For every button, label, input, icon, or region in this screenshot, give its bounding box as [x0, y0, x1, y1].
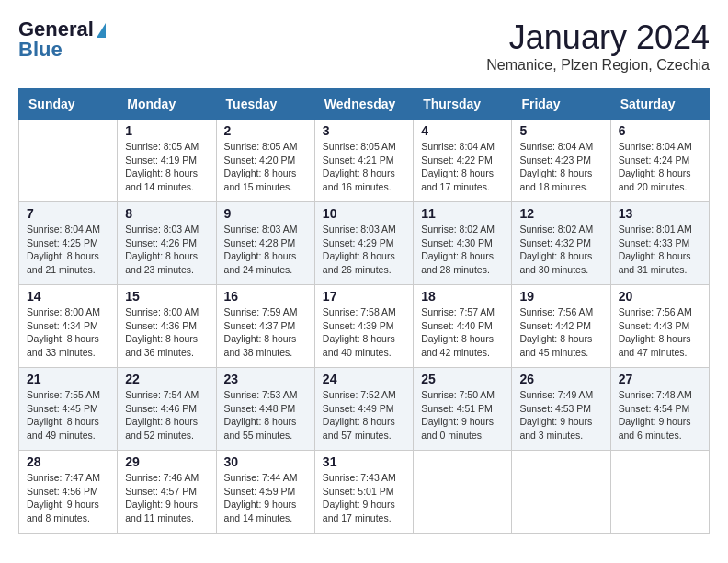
day-info: Sunrise: 7:55 AM Sunset: 4:45 PM Dayligh…: [27, 388, 109, 442]
day-info: Sunrise: 8:03 AM Sunset: 4:29 PM Dayligh…: [323, 223, 405, 277]
calendar-week-5: 28Sunrise: 7:47 AM Sunset: 4:56 PM Dayli…: [19, 451, 710, 534]
table-row: 12Sunrise: 8:02 AM Sunset: 4:32 PM Dayli…: [512, 202, 610, 285]
day-info: Sunrise: 7:47 AM Sunset: 4:56 PM Dayligh…: [27, 471, 109, 525]
day-info: Sunrise: 7:49 AM Sunset: 4:53 PM Dayligh…: [519, 388, 602, 442]
day-info: Sunrise: 7:59 AM Sunset: 4:37 PM Dayligh…: [224, 305, 307, 360]
day-info: Sunrise: 7:48 AM Sunset: 4:54 PM Dayligh…: [619, 388, 701, 442]
table-row: 24Sunrise: 7:52 AM Sunset: 4:49 PM Dayli…: [314, 368, 413, 451]
table-row: [414, 451, 512, 534]
page-header: General Blue January 2024 Nemanice, Plze…: [18, 18, 710, 74]
table-row: 23Sunrise: 7:53 AM Sunset: 4:48 PM Dayli…: [216, 368, 314, 451]
day-info: Sunrise: 7:46 AM Sunset: 4:57 PM Dayligh…: [125, 471, 208, 525]
day-info: Sunrise: 8:01 AM Sunset: 4:33 PM Dayligh…: [619, 223, 701, 277]
day-number: 8: [125, 206, 208, 221]
table-row: 1Sunrise: 8:05 AM Sunset: 4:19 PM Daylig…: [118, 120, 216, 202]
day-number: 4: [421, 123, 504, 138]
table-row: 22Sunrise: 7:54 AM Sunset: 4:46 PM Dayli…: [118, 368, 216, 451]
day-info: Sunrise: 8:03 AM Sunset: 4:26 PM Dayligh…: [125, 223, 208, 277]
table-row: 27Sunrise: 7:48 AM Sunset: 4:54 PM Dayli…: [610, 368, 709, 451]
table-row: 19Sunrise: 7:56 AM Sunset: 4:42 PM Dayli…: [512, 285, 610, 368]
day-info: Sunrise: 8:04 AM Sunset: 4:22 PM Dayligh…: [421, 140, 504, 194]
day-info: Sunrise: 8:02 AM Sunset: 4:32 PM Dayligh…: [519, 223, 602, 277]
day-info: Sunrise: 7:54 AM Sunset: 4:46 PM Dayligh…: [125, 388, 208, 442]
day-number: 17: [323, 289, 405, 304]
table-row: [610, 451, 709, 534]
table-row: 26Sunrise: 7:49 AM Sunset: 4:53 PM Dayli…: [512, 368, 610, 451]
day-number: 29: [125, 454, 208, 469]
table-row: 10Sunrise: 8:03 AM Sunset: 4:29 PM Dayli…: [314, 202, 413, 285]
day-info: Sunrise: 7:56 AM Sunset: 4:43 PM Dayligh…: [619, 305, 701, 360]
day-number: 20: [619, 289, 701, 304]
day-info: Sunrise: 8:05 AM Sunset: 4:19 PM Dayligh…: [125, 140, 208, 194]
day-number: 11: [421, 206, 504, 221]
day-number: 22: [125, 372, 208, 386]
day-info: Sunrise: 7:53 AM Sunset: 4:48 PM Dayligh…: [224, 388, 307, 442]
col-saturday: Saturday: [610, 89, 709, 120]
calendar-subtitle: Nemanice, Plzen Region, Czechia: [486, 57, 710, 74]
day-number: 27: [619, 372, 701, 386]
table-row: 21Sunrise: 7:55 AM Sunset: 4:45 PM Dayli…: [19, 368, 118, 451]
day-info: Sunrise: 7:56 AM Sunset: 4:42 PM Dayligh…: [519, 305, 602, 360]
day-number: 14: [27, 289, 109, 304]
day-number: 24: [323, 372, 405, 386]
table-row: 28Sunrise: 7:47 AM Sunset: 4:56 PM Dayli…: [19, 451, 118, 534]
day-number: 15: [125, 289, 208, 304]
table-row: 25Sunrise: 7:50 AM Sunset: 4:51 PM Dayli…: [414, 368, 512, 451]
day-info: Sunrise: 7:44 AM Sunset: 4:59 PM Dayligh…: [224, 471, 307, 525]
day-number: 28: [27, 454, 109, 469]
header-row: Sunday Monday Tuesday Wednesday Thursday…: [19, 89, 710, 120]
col-monday: Monday: [118, 89, 216, 120]
day-info: Sunrise: 7:58 AM Sunset: 4:39 PM Dayligh…: [323, 305, 405, 360]
day-number: 6: [619, 123, 701, 138]
calendar-week-4: 21Sunrise: 7:55 AM Sunset: 4:45 PM Dayli…: [19, 368, 710, 451]
table-row: 17Sunrise: 7:58 AM Sunset: 4:39 PM Dayli…: [314, 285, 413, 368]
day-number: 10: [323, 206, 405, 221]
day-info: Sunrise: 7:52 AM Sunset: 4:49 PM Dayligh…: [323, 388, 405, 442]
day-info: Sunrise: 8:00 AM Sunset: 4:34 PM Dayligh…: [27, 305, 109, 360]
day-number: 30: [224, 454, 307, 469]
day-info: Sunrise: 7:50 AM Sunset: 4:51 PM Dayligh…: [421, 388, 504, 442]
calendar-week-3: 14Sunrise: 8:00 AM Sunset: 4:34 PM Dayli…: [19, 285, 710, 368]
calendar-week-1: 1Sunrise: 8:05 AM Sunset: 4:19 PM Daylig…: [19, 120, 710, 202]
logo-blue-text: Blue: [18, 39, 106, 61]
day-info: Sunrise: 7:57 AM Sunset: 4:40 PM Dayligh…: [421, 305, 504, 360]
day-number: 2: [224, 123, 307, 138]
table-row: 3Sunrise: 8:05 AM Sunset: 4:21 PM Daylig…: [314, 120, 413, 202]
table-row: 11Sunrise: 8:02 AM Sunset: 4:30 PM Dayli…: [414, 202, 512, 285]
table-row: 16Sunrise: 7:59 AM Sunset: 4:37 PM Dayli…: [216, 285, 314, 368]
col-thursday: Thursday: [414, 89, 512, 120]
table-row: 18Sunrise: 7:57 AM Sunset: 4:40 PM Dayli…: [414, 285, 512, 368]
day-info: Sunrise: 8:04 AM Sunset: 4:23 PM Dayligh…: [519, 140, 602, 194]
day-info: Sunrise: 8:02 AM Sunset: 4:30 PM Dayligh…: [421, 223, 504, 277]
col-wednesday: Wednesday: [314, 89, 413, 120]
day-number: 18: [421, 289, 504, 304]
day-number: 1: [125, 123, 208, 138]
table-row: 7Sunrise: 8:04 AM Sunset: 4:25 PM Daylig…: [19, 202, 118, 285]
table-row: 15Sunrise: 8:00 AM Sunset: 4:36 PM Dayli…: [118, 285, 216, 368]
calendar-week-2: 7Sunrise: 8:04 AM Sunset: 4:25 PM Daylig…: [19, 202, 710, 285]
day-number: 26: [519, 372, 602, 386]
col-friday: Friday: [512, 89, 610, 120]
table-row: 9Sunrise: 8:03 AM Sunset: 4:28 PM Daylig…: [216, 202, 314, 285]
table-row: 20Sunrise: 7:56 AM Sunset: 4:43 PM Dayli…: [610, 285, 709, 368]
table-row: 14Sunrise: 8:00 AM Sunset: 4:34 PM Dayli…: [19, 285, 118, 368]
day-number: 31: [323, 454, 405, 469]
day-number: 12: [519, 206, 602, 221]
day-number: 5: [519, 123, 602, 138]
table-row: 2Sunrise: 8:05 AM Sunset: 4:20 PM Daylig…: [216, 120, 314, 202]
day-info: Sunrise: 7:43 AM Sunset: 5:01 PM Dayligh…: [323, 471, 405, 525]
day-info: Sunrise: 8:00 AM Sunset: 4:36 PM Dayligh…: [125, 305, 208, 360]
calendar-table: Sunday Monday Tuesday Wednesday Thursday…: [18, 88, 710, 534]
day-number: 25: [421, 372, 504, 386]
table-row: 30Sunrise: 7:44 AM Sunset: 4:59 PM Dayli…: [216, 451, 314, 534]
table-row: 6Sunrise: 8:04 AM Sunset: 4:24 PM Daylig…: [610, 120, 709, 202]
day-number: 23: [224, 372, 307, 386]
table-row: [512, 451, 610, 534]
table-row: 31Sunrise: 7:43 AM Sunset: 5:01 PM Dayli…: [314, 451, 413, 534]
calendar-title: January 2024: [486, 18, 710, 57]
day-number: 3: [323, 123, 405, 138]
logo: General Blue: [18, 18, 106, 61]
table-row: 5Sunrise: 8:04 AM Sunset: 4:23 PM Daylig…: [512, 120, 610, 202]
day-number: 16: [224, 289, 307, 304]
day-info: Sunrise: 8:05 AM Sunset: 4:20 PM Dayligh…: [224, 140, 307, 194]
